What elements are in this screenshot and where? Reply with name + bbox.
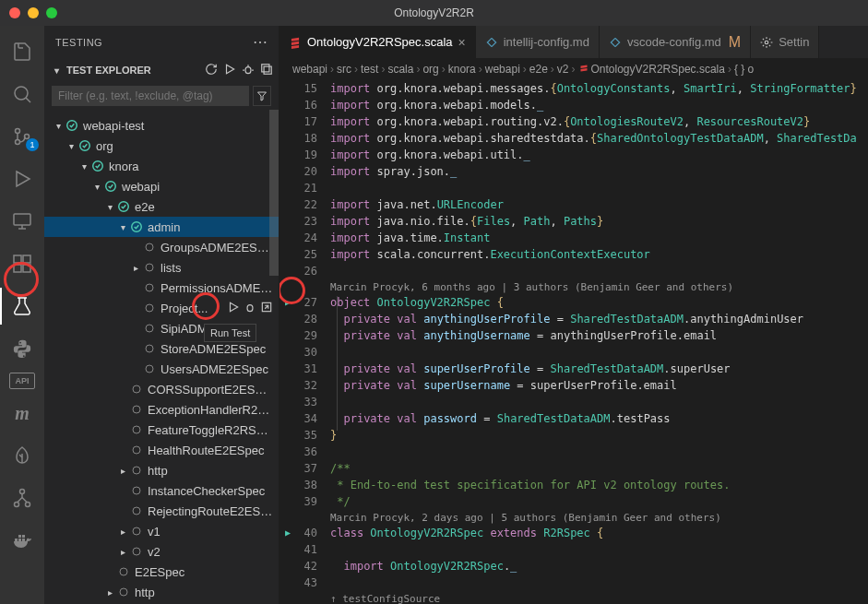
tree-item[interactable]: ▸lists	[44, 257, 279, 278]
editor-tab[interactable]: intellij-config.md	[476, 26, 600, 58]
tree-item[interactable]: ▾admin	[44, 217, 279, 237]
code-line[interactable]: */	[330, 493, 868, 510]
chevron-icon[interactable]: ▸	[116, 466, 129, 476]
tree-item[interactable]: FeatureToggleR2RSpec	[44, 420, 279, 440]
code-line[interactable]: class OntologyV2R2RSpec extends R2RSpec …	[330, 525, 868, 541]
explorer-icon[interactable]	[0, 33, 44, 70]
breadcrumb-item[interactable]: src	[337, 63, 351, 76]
source-control-icon[interactable]: 1	[0, 118, 44, 155]
minimize-window-button[interactable]	[28, 7, 39, 18]
code-line[interactable]: object OntologyV2R2RSpec {	[330, 294, 868, 311]
chevron-icon[interactable]: ▸	[103, 587, 116, 598]
code-line[interactable]: import java.net.URLEncoder	[330, 196, 868, 213]
tree-item[interactable]: ExceptionHandlerR2R...	[44, 399, 279, 420]
close-tab-icon[interactable]: ×	[458, 35, 466, 50]
refresh-tests-icon[interactable]	[205, 63, 218, 77]
code-line[interactable]: private val anythingUsername = anythingU…	[330, 327, 868, 344]
test-filter-input[interactable]	[52, 86, 249, 106]
code-line[interactable]	[330, 541, 868, 558]
code-line[interactable]: import OntologyV2R2RSpec._	[330, 558, 868, 574]
breadcrumb-item[interactable]: e2e	[529, 63, 548, 76]
code-line[interactable]: import org.knora.webapi.models._	[330, 97, 868, 113]
code-lens[interactable]: Marcin Procyk, 6 months ago | 3 authors …	[330, 279, 868, 294]
chevron-icon[interactable]: ▸	[129, 263, 142, 273]
tree-item[interactable]: ▸v2	[44, 541, 279, 562]
code-line[interactable]: import org.knora.webapi.sharedtestdata.{…	[330, 130, 868, 147]
breadcrumb-item[interactable]: knora	[448, 63, 476, 76]
run-debug-icon[interactable]	[0, 160, 44, 197]
chevron-icon[interactable]: ▾	[65, 141, 77, 151]
breadcrumb-item[interactable]: org	[422, 63, 438, 76]
tree-item[interactable]: ▾knora	[44, 156, 279, 176]
metals-icon[interactable]: m	[0, 395, 44, 432]
run-test-icon[interactable]	[227, 301, 240, 316]
tree-item[interactable]: CORSSupportE2ESpec	[44, 379, 279, 399]
tree-item[interactable]: ▾webapi-test	[44, 115, 279, 136]
extensions-icon[interactable]	[0, 245, 44, 282]
search-icon[interactable]	[0, 76, 44, 113]
debug-all-tests-icon[interactable]	[242, 63, 255, 77]
tree-scrollbar[interactable]	[269, 110, 279, 604]
code-line[interactable]: private val password = SharedTestDataADM…	[330, 410, 868, 427]
chevron-icon[interactable]: ▸	[116, 547, 129, 557]
tree-item[interactable]: Project...	[44, 298, 279, 318]
tree-item[interactable]: ▾e2e	[44, 196, 279, 217]
testing-icon[interactable]	[0, 288, 44, 325]
code-line[interactable]: import org.knora.webapi.routing.v2.{Onto…	[330, 113, 868, 130]
tree-item[interactable]: GroupsADME2ESpec	[44, 237, 279, 257]
tree-item[interactable]: InstanceCheckerSpec	[44, 480, 279, 501]
editor-tab[interactable]: OntologyV2R2RSpec.scala×	[279, 26, 476, 58]
code-line[interactable]: import org.knora.webapi.util._	[330, 147, 868, 163]
editor-tab[interactable]: vscode-config.mdM	[600, 26, 751, 58]
remote-explorer-icon[interactable]	[0, 203, 44, 240]
run-gutter-icon[interactable]: ▶	[285, 525, 291, 541]
run-gutter-icon[interactable]: ▶	[285, 294, 291, 311]
breadcrumb-item[interactable]: webapi	[485, 63, 520, 76]
breadcrumb-item[interactable]: OntologyV2R2RSpec.scala	[578, 63, 725, 76]
tree-item[interactable]: ▸http	[44, 582, 279, 602]
code-line[interactable]: import java.time.Instant	[330, 230, 868, 246]
code-lens[interactable]: ↑ testConfigSource	[330, 591, 868, 604]
breadcrumb-item[interactable]: webapi	[292, 63, 327, 76]
code-line[interactable]: private val anythingUserProfile = Shared…	[330, 311, 868, 327]
python-icon[interactable]	[0, 330, 44, 367]
tree-item[interactable]: RejectingRouteE2ESpec	[44, 501, 279, 521]
chevron-icon[interactable]: ▾	[116, 222, 129, 232]
environment-icon[interactable]	[0, 437, 44, 474]
breadcrumb-item[interactable]: test	[361, 63, 378, 76]
tree-item[interactable]: ▸http	[44, 460, 279, 480]
run-all-tests-icon[interactable]	[223, 63, 236, 77]
chevron-icon[interactable]: ▸	[116, 527, 129, 537]
code-content[interactable]: import org.knora.webapi.messages.{Ontolo…	[330, 80, 868, 604]
code-line[interactable]: import spray.json._	[330, 163, 868, 180]
code-line[interactable]: * End-to-end test specification for API …	[330, 477, 868, 493]
maximize-window-button[interactable]	[46, 7, 57, 18]
code-lens[interactable]: Marcin Procyk, 2 days ago | 5 authors (B…	[330, 510, 868, 525]
chevron-icon[interactable]: ▾	[90, 182, 103, 192]
code-line[interactable]: }	[330, 427, 868, 444]
tree-item[interactable]: ▾org	[44, 136, 279, 156]
code-line[interactable]: private val superUsername = superUserPro…	[330, 377, 868, 394]
code-line[interactable]	[330, 574, 868, 591]
close-window-button[interactable]	[9, 7, 20, 18]
code-line[interactable]: import org.knora.webapi.messages.{Ontolo…	[330, 80, 868, 97]
code-line[interactable]: private val superUserProfile = SharedTes…	[330, 361, 868, 377]
code-line[interactable]	[330, 180, 868, 196]
code-line[interactable]	[330, 394, 868, 410]
git-graph-icon[interactable]	[0, 480, 44, 516]
code-line[interactable]	[330, 444, 868, 460]
breadcrumb-item[interactable]: { } o	[734, 63, 754, 76]
code-line[interactable]: import java.nio.file.{Files, Path, Paths…	[330, 213, 868, 230]
chevron-icon[interactable]: ▾	[103, 202, 116, 212]
filter-icon[interactable]	[253, 86, 271, 106]
api-icon[interactable]: API	[9, 373, 35, 389]
code-line[interactable]	[330, 344, 868, 361]
tree-item[interactable]: ▾webapi	[44, 176, 279, 196]
chevron-icon[interactable]: ▾	[77, 161, 90, 172]
code-line[interactable]: import scala.concurrent.ExecutionContext…	[330, 246, 868, 263]
editor-tab[interactable]: Settin	[751, 26, 819, 58]
tree-item[interactable]: UsersADME2ESpec	[44, 359, 279, 379]
code-line[interactable]: /**	[330, 460, 868, 477]
tree-item[interactable]: E2ESpec	[44, 562, 279, 582]
code-editor[interactable]: 151617181920212223242526▶272829303132333…	[279, 80, 868, 604]
